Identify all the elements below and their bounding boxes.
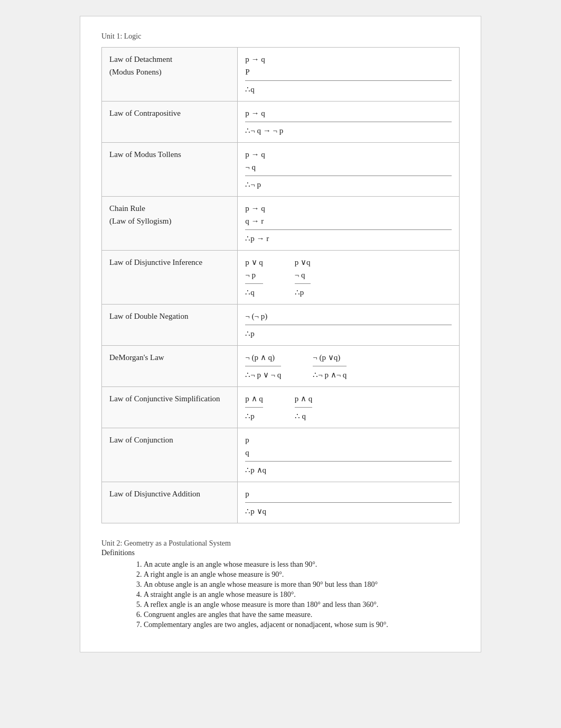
formula-cell: p → q∴¬ q → ¬ p <box>238 102 460 143</box>
unit2-heading: Unit 2: Geometry as a Postulational Syst… <box>101 539 460 548</box>
law-name: Law of Conjunctive Simplification <box>102 387 238 428</box>
law-name: Law of Conjunction <box>102 428 238 482</box>
definitions-list: An acute angle is an angle whose measure… <box>144 560 460 629</box>
logic-table: Law of Detachment(Modus Ponens)p → qP∴qL… <box>101 47 460 523</box>
formula-cell: p → qq → r∴p → r <box>238 197 460 251</box>
definition-item: Congruent angles are angles that have th… <box>144 611 460 619</box>
formula-cell: p → qP∴q <box>238 48 460 102</box>
law-name: Law of Double Negation <box>102 305 238 346</box>
law-name: Law of Disjunctive Inference <box>102 251 238 305</box>
law-name: Law of Contrapositive <box>102 102 238 143</box>
definition-item: A straight angle is an angle whose measu… <box>144 591 460 599</box>
definition-item: A reflex angle is an angle whose measure… <box>144 601 460 609</box>
formula-cell: ¬ (p ∧ q)∴¬ p ∨ ¬ q¬ (p ∨q)∴¬ p ∧¬ q <box>238 346 460 387</box>
definition-item: An acute angle is an angle whose measure… <box>144 560 460 569</box>
law-name: Law of Detachment(Modus Ponens) <box>102 48 238 102</box>
definition-item: An obtuse angle is an angle whose measur… <box>144 580 460 589</box>
definition-item: A right angle is an angle whose measure … <box>144 570 460 579</box>
page: Unit 1: Logic Law of Detachment(Modus Po… <box>80 16 481 652</box>
definitions-label: Definitions <box>101 549 460 557</box>
formula-cell: ¬ (¬ p)∴p <box>238 305 460 346</box>
unit1-heading: Unit 1: Logic <box>101 32 460 43</box>
formula-cell: p → q¬ q∴¬ p <box>238 143 460 197</box>
formula-cell: p∴p ∨q <box>238 482 460 523</box>
formula-cell: p ∨ q¬ p∴qp ∨q¬ q∴p <box>238 251 460 305</box>
law-name: DeMorgan's Law <box>102 346 238 387</box>
law-name: Law of Modus Tollens <box>102 143 238 197</box>
unit2-section: Unit 2: Geometry as a Postulational Syst… <box>101 539 460 629</box>
law-name: Chain Rule(Law of Syllogism) <box>102 197 238 251</box>
definition-item: Complementary angles are two angles, adj… <box>144 621 460 629</box>
law-name: Law of Disjunctive Addition <box>102 482 238 523</box>
formula-cell: pq∴p ∧q <box>238 428 460 482</box>
formula-cell: p ∧ q∴pp ∧ q∴ q <box>238 387 460 428</box>
